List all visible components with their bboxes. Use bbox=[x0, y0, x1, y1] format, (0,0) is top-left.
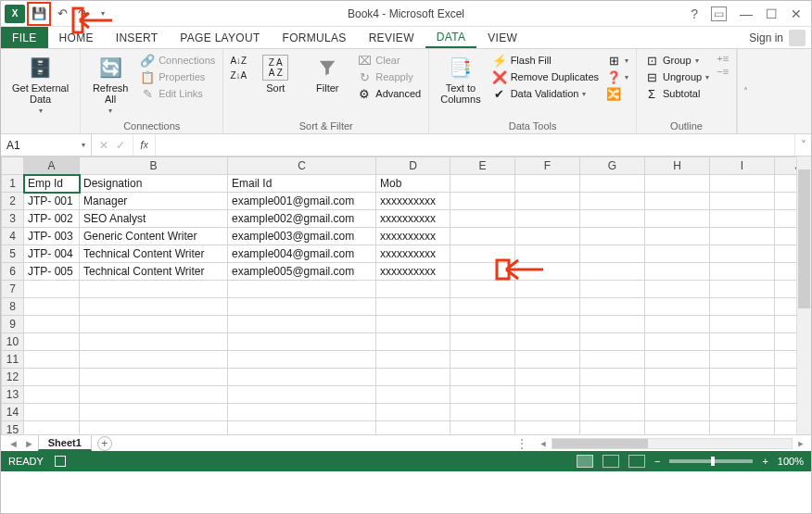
cell-D11[interactable] bbox=[376, 351, 450, 369]
row-header-12[interactable]: 12 bbox=[2, 369, 24, 386]
cell-F14[interactable] bbox=[515, 404, 580, 421]
cell-I2[interactable] bbox=[710, 193, 775, 210]
cell-B12[interactable] bbox=[80, 369, 228, 386]
cell-H6[interactable] bbox=[645, 263, 710, 281]
cell-A1[interactable]: Emp Id bbox=[24, 175, 80, 193]
cell-E15[interactable] bbox=[450, 421, 515, 435]
cell-I13[interactable] bbox=[710, 386, 775, 404]
sign-in[interactable]: Sign in bbox=[743, 27, 811, 48]
undo-button[interactable]: ↶ bbox=[53, 5, 71, 23]
cell-E1[interactable] bbox=[450, 175, 515, 193]
column-header-C[interactable]: C bbox=[228, 157, 376, 175]
column-header-E[interactable]: E bbox=[450, 157, 515, 175]
column-header-D[interactable]: D bbox=[376, 157, 450, 175]
column-header-G[interactable]: G bbox=[580, 157, 645, 175]
cell-I7[interactable] bbox=[710, 281, 775, 298]
cell-E10[interactable] bbox=[450, 333, 515, 351]
cell-E12[interactable] bbox=[450, 369, 515, 386]
split-handle[interactable]: ⋮ bbox=[511, 437, 533, 450]
tab-review[interactable]: REVIEW bbox=[358, 27, 425, 48]
column-header-I[interactable]: I bbox=[710, 157, 775, 175]
consolidate-button[interactable]: ⊞▾ bbox=[606, 53, 628, 68]
sort-button[interactable]: Z AA Z Sort bbox=[253, 53, 298, 95]
cell-B5[interactable]: Technical Content Writer bbox=[80, 245, 228, 263]
sheet-nav-prev[interactable]: ◄ bbox=[6, 438, 20, 449]
data-validation-button[interactable]: ✔Data Validation ▾ bbox=[492, 86, 599, 101]
cell-D10[interactable] bbox=[376, 333, 450, 351]
cell-B7[interactable] bbox=[80, 281, 228, 298]
tab-file[interactable]: FILE bbox=[1, 27, 48, 48]
zoom-slider[interactable] bbox=[669, 459, 753, 463]
row-header-9[interactable]: 9 bbox=[2, 316, 24, 333]
cell-F1[interactable] bbox=[515, 175, 580, 193]
cell-H8[interactable] bbox=[645, 298, 710, 316]
cell-G3[interactable] bbox=[580, 210, 645, 228]
reapply-button[interactable]: ↻Reapply bbox=[357, 69, 421, 84]
cell-H10[interactable] bbox=[645, 333, 710, 351]
row-header-11[interactable]: 11 bbox=[2, 351, 24, 369]
hscroll-thumb[interactable] bbox=[552, 439, 648, 448]
column-header-F[interactable]: F bbox=[515, 157, 580, 175]
cell-G14[interactable] bbox=[580, 404, 645, 421]
properties-button[interactable]: 📋Properties bbox=[140, 69, 215, 84]
flash-fill-button[interactable]: ⚡Flash Fill bbox=[492, 53, 599, 68]
cell-B14[interactable] bbox=[80, 404, 228, 421]
cell-C7[interactable] bbox=[228, 281, 376, 298]
advanced-button[interactable]: ⚙Advanced bbox=[357, 86, 421, 101]
cell-H1[interactable] bbox=[645, 175, 710, 193]
cell-H11[interactable] bbox=[645, 351, 710, 369]
name-box[interactable]: A1▾ bbox=[1, 134, 92, 156]
cell-E8[interactable] bbox=[450, 298, 515, 316]
cell-F15[interactable] bbox=[515, 421, 580, 435]
cell-F5[interactable] bbox=[515, 245, 580, 263]
cell-E6[interactable] bbox=[450, 263, 515, 281]
remove-duplicates-button[interactable]: ❌Remove Duplicates bbox=[492, 69, 599, 84]
cell-C9[interactable] bbox=[228, 316, 376, 333]
cell-C4[interactable]: example003@gmail.com bbox=[228, 228, 376, 245]
cell-H12[interactable] bbox=[645, 369, 710, 386]
close-icon[interactable]: ✕ bbox=[791, 6, 802, 21]
cell-E13[interactable] bbox=[450, 386, 515, 404]
cell-A13[interactable] bbox=[24, 386, 80, 404]
fx-icon[interactable]: fx bbox=[133, 134, 156, 156]
cell-H5[interactable] bbox=[645, 245, 710, 263]
cell-A7[interactable] bbox=[24, 281, 80, 298]
cell-I4[interactable] bbox=[710, 228, 775, 245]
cell-I12[interactable] bbox=[710, 369, 775, 386]
vertical-scrollbar[interactable] bbox=[796, 157, 811, 434]
zoom-level[interactable]: 100% bbox=[778, 456, 804, 467]
cell-G9[interactable] bbox=[580, 316, 645, 333]
vscroll-thumb[interactable] bbox=[798, 169, 810, 308]
enter-icon[interactable]: ✓ bbox=[116, 139, 125, 152]
cell-E5[interactable] bbox=[450, 245, 515, 263]
cell-D6[interactable]: xxxxxxxxxx bbox=[376, 263, 450, 281]
cell-D13[interactable] bbox=[376, 386, 450, 404]
cell-F4[interactable] bbox=[515, 228, 580, 245]
cell-H9[interactable] bbox=[645, 316, 710, 333]
cell-H13[interactable] bbox=[645, 386, 710, 404]
tab-formulas[interactable]: FORMULAS bbox=[272, 27, 358, 48]
cell-E9[interactable] bbox=[450, 316, 515, 333]
cell-G6[interactable] bbox=[580, 263, 645, 281]
cell-A6[interactable]: JTP- 005 bbox=[24, 263, 80, 281]
save-button[interactable]: 💾 bbox=[30, 5, 48, 23]
filter-button[interactable]: Filter bbox=[305, 53, 349, 95]
row-header-1[interactable]: 1 bbox=[2, 175, 24, 193]
cell-E2[interactable] bbox=[450, 193, 515, 210]
cell-D5[interactable]: xxxxxxxxxx bbox=[376, 245, 450, 263]
subtotal-button[interactable]: ΣSubtotal bbox=[644, 86, 709, 101]
cell-C3[interactable]: example002@gmail.com bbox=[228, 210, 376, 228]
group-button[interactable]: ⊡Group ▾ bbox=[644, 53, 709, 68]
cell-H2[interactable] bbox=[645, 193, 710, 210]
cell-B6[interactable]: Technical Content Writer bbox=[80, 263, 228, 281]
refresh-all-button[interactable]: 🔄 Refresh All ▾ bbox=[88, 53, 133, 117]
cell-C12[interactable] bbox=[228, 369, 376, 386]
clear-button[interactable]: ⌧Clear bbox=[357, 53, 421, 68]
cancel-icon[interactable]: ✕ bbox=[99, 139, 108, 152]
cell-I15[interactable] bbox=[710, 421, 775, 435]
sort-asc-button[interactable]: A↓Z bbox=[231, 53, 246, 68]
cell-B9[interactable] bbox=[80, 316, 228, 333]
cell-G15[interactable] bbox=[580, 421, 645, 435]
tab-page-layout[interactable]: PAGE LAYOUT bbox=[169, 27, 271, 48]
cell-C10[interactable] bbox=[228, 333, 376, 351]
